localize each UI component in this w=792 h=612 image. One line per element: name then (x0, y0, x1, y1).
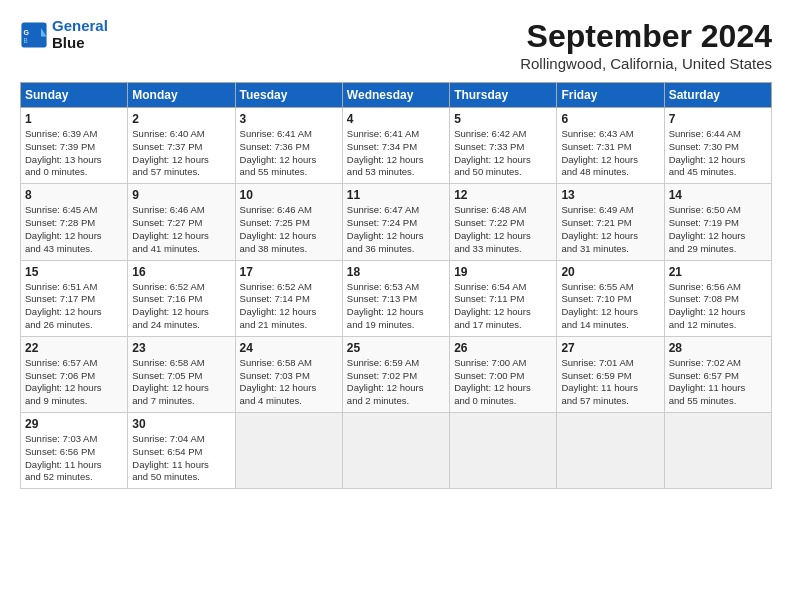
day-number: 21 (669, 265, 767, 279)
day-number: 2 (132, 112, 230, 126)
calendar-cell: 4Sunrise: 6:41 AM Sunset: 7:34 PM Daylig… (342, 108, 449, 184)
day-info: Sunrise: 7:03 AM Sunset: 6:56 PM Dayligh… (25, 433, 123, 484)
col-header-tuesday: Tuesday (235, 83, 342, 108)
week-row-1: 1Sunrise: 6:39 AM Sunset: 7:39 PM Daylig… (21, 108, 772, 184)
calendar-cell (342, 413, 449, 489)
calendar-table: SundayMondayTuesdayWednesdayThursdayFrid… (20, 82, 772, 489)
header-row: SundayMondayTuesdayWednesdayThursdayFrid… (21, 83, 772, 108)
day-info: Sunrise: 6:39 AM Sunset: 7:39 PM Dayligh… (25, 128, 123, 179)
day-number: 15 (25, 265, 123, 279)
col-header-thursday: Thursday (450, 83, 557, 108)
day-info: Sunrise: 6:46 AM Sunset: 7:27 PM Dayligh… (132, 204, 230, 255)
svg-text:G: G (24, 29, 30, 36)
day-number: 14 (669, 188, 767, 202)
calendar-cell: 23Sunrise: 6:58 AM Sunset: 7:05 PM Dayli… (128, 336, 235, 412)
day-number: 26 (454, 341, 552, 355)
day-number: 9 (132, 188, 230, 202)
day-number: 18 (347, 265, 445, 279)
subtitle: Rollingwood, California, United States (520, 55, 772, 72)
day-number: 7 (669, 112, 767, 126)
day-number: 20 (561, 265, 659, 279)
calendar-cell: 19Sunrise: 6:54 AM Sunset: 7:11 PM Dayli… (450, 260, 557, 336)
day-number: 13 (561, 188, 659, 202)
day-info: Sunrise: 6:52 AM Sunset: 7:14 PM Dayligh… (240, 281, 338, 332)
day-number: 8 (25, 188, 123, 202)
day-number: 5 (454, 112, 552, 126)
day-number: 6 (561, 112, 659, 126)
calendar-cell: 13Sunrise: 6:49 AM Sunset: 7:21 PM Dayli… (557, 184, 664, 260)
day-number: 12 (454, 188, 552, 202)
day-number: 24 (240, 341, 338, 355)
col-header-monday: Monday (128, 83, 235, 108)
day-number: 27 (561, 341, 659, 355)
calendar-cell: 28Sunrise: 7:02 AM Sunset: 6:57 PM Dayli… (664, 336, 771, 412)
day-info: Sunrise: 7:02 AM Sunset: 6:57 PM Dayligh… (669, 357, 767, 408)
day-info: Sunrise: 6:47 AM Sunset: 7:24 PM Dayligh… (347, 204, 445, 255)
calendar-cell: 12Sunrise: 6:48 AM Sunset: 7:22 PM Dayli… (450, 184, 557, 260)
logo-icon: G B (20, 21, 48, 49)
header: G B General Blue September 2024 Rollingw… (20, 18, 772, 72)
day-number: 30 (132, 417, 230, 431)
calendar-cell: 24Sunrise: 6:58 AM Sunset: 7:03 PM Dayli… (235, 336, 342, 412)
day-info: Sunrise: 6:59 AM Sunset: 7:02 PM Dayligh… (347, 357, 445, 408)
calendar-cell: 5Sunrise: 6:42 AM Sunset: 7:33 PM Daylig… (450, 108, 557, 184)
calendar-cell: 30Sunrise: 7:04 AM Sunset: 6:54 PM Dayli… (128, 413, 235, 489)
day-number: 17 (240, 265, 338, 279)
calendar-cell (557, 413, 664, 489)
calendar-cell: 6Sunrise: 6:43 AM Sunset: 7:31 PM Daylig… (557, 108, 664, 184)
day-info: Sunrise: 6:54 AM Sunset: 7:11 PM Dayligh… (454, 281, 552, 332)
calendar-cell: 16Sunrise: 6:52 AM Sunset: 7:16 PM Dayli… (128, 260, 235, 336)
calendar-cell: 17Sunrise: 6:52 AM Sunset: 7:14 PM Dayli… (235, 260, 342, 336)
main-title: September 2024 (520, 18, 772, 55)
calendar-cell: 10Sunrise: 6:46 AM Sunset: 7:25 PM Dayli… (235, 184, 342, 260)
week-row-2: 8Sunrise: 6:45 AM Sunset: 7:28 PM Daylig… (21, 184, 772, 260)
calendar-cell: 8Sunrise: 6:45 AM Sunset: 7:28 PM Daylig… (21, 184, 128, 260)
day-number: 3 (240, 112, 338, 126)
calendar-cell: 7Sunrise: 6:44 AM Sunset: 7:30 PM Daylig… (664, 108, 771, 184)
day-info: Sunrise: 6:56 AM Sunset: 7:08 PM Dayligh… (669, 281, 767, 332)
day-info: Sunrise: 6:46 AM Sunset: 7:25 PM Dayligh… (240, 204, 338, 255)
calendar-cell: 26Sunrise: 7:00 AM Sunset: 7:00 PM Dayli… (450, 336, 557, 412)
day-number: 28 (669, 341, 767, 355)
calendar-cell: 3Sunrise: 6:41 AM Sunset: 7:36 PM Daylig… (235, 108, 342, 184)
day-number: 22 (25, 341, 123, 355)
calendar-cell (450, 413, 557, 489)
logo-blue: Blue (52, 34, 85, 51)
day-info: Sunrise: 6:42 AM Sunset: 7:33 PM Dayligh… (454, 128, 552, 179)
logo-general: General (52, 17, 108, 34)
day-info: Sunrise: 6:51 AM Sunset: 7:17 PM Dayligh… (25, 281, 123, 332)
calendar-cell: 2Sunrise: 6:40 AM Sunset: 7:37 PM Daylig… (128, 108, 235, 184)
day-number: 25 (347, 341, 445, 355)
calendar-cell: 27Sunrise: 7:01 AM Sunset: 6:59 PM Dayli… (557, 336, 664, 412)
day-info: Sunrise: 6:49 AM Sunset: 7:21 PM Dayligh… (561, 204, 659, 255)
day-info: Sunrise: 6:58 AM Sunset: 7:05 PM Dayligh… (132, 357, 230, 408)
day-info: Sunrise: 6:48 AM Sunset: 7:22 PM Dayligh… (454, 204, 552, 255)
calendar-cell: 15Sunrise: 6:51 AM Sunset: 7:17 PM Dayli… (21, 260, 128, 336)
day-number: 16 (132, 265, 230, 279)
day-info: Sunrise: 6:44 AM Sunset: 7:30 PM Dayligh… (669, 128, 767, 179)
calendar-cell: 25Sunrise: 6:59 AM Sunset: 7:02 PM Dayli… (342, 336, 449, 412)
day-info: Sunrise: 6:52 AM Sunset: 7:16 PM Dayligh… (132, 281, 230, 332)
col-header-sunday: Sunday (21, 83, 128, 108)
calendar-cell: 22Sunrise: 6:57 AM Sunset: 7:06 PM Dayli… (21, 336, 128, 412)
calendar-cell: 9Sunrise: 6:46 AM Sunset: 7:27 PM Daylig… (128, 184, 235, 260)
day-number: 4 (347, 112, 445, 126)
calendar-cell: 18Sunrise: 6:53 AM Sunset: 7:13 PM Dayli… (342, 260, 449, 336)
calendar-cell: 11Sunrise: 6:47 AM Sunset: 7:24 PM Dayli… (342, 184, 449, 260)
day-info: Sunrise: 7:01 AM Sunset: 6:59 PM Dayligh… (561, 357, 659, 408)
week-row-4: 22Sunrise: 6:57 AM Sunset: 7:06 PM Dayli… (21, 336, 772, 412)
day-info: Sunrise: 6:41 AM Sunset: 7:34 PM Dayligh… (347, 128, 445, 179)
day-number: 11 (347, 188, 445, 202)
day-info: Sunrise: 6:57 AM Sunset: 7:06 PM Dayligh… (25, 357, 123, 408)
calendar-cell: 1Sunrise: 6:39 AM Sunset: 7:39 PM Daylig… (21, 108, 128, 184)
day-number: 19 (454, 265, 552, 279)
col-header-wednesday: Wednesday (342, 83, 449, 108)
calendar-cell (235, 413, 342, 489)
page: G B General Blue September 2024 Rollingw… (0, 0, 792, 612)
week-row-3: 15Sunrise: 6:51 AM Sunset: 7:17 PM Dayli… (21, 260, 772, 336)
calendar-cell: 20Sunrise: 6:55 AM Sunset: 7:10 PM Dayli… (557, 260, 664, 336)
day-info: Sunrise: 6:55 AM Sunset: 7:10 PM Dayligh… (561, 281, 659, 332)
logo-text-block: General Blue (52, 18, 108, 51)
svg-text:B: B (24, 37, 28, 44)
day-info: Sunrise: 6:53 AM Sunset: 7:13 PM Dayligh… (347, 281, 445, 332)
